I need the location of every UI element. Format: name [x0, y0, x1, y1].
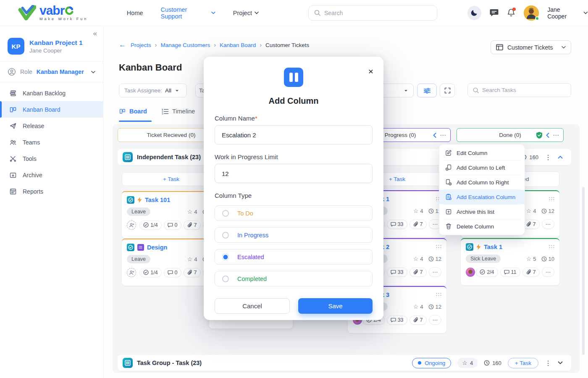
notifications-button[interactable]	[507, 8, 515, 17]
brand-logo[interactable]: vabr Make Work Fun	[18, 5, 101, 21]
column-type-option-escalated[interactable]: Escalated	[215, 249, 373, 265]
column-type-option-completed[interactable]: Completed	[215, 271, 373, 286]
add-task-button[interactable]: + Task	[508, 358, 538, 368]
comments-count[interactable]: 0	[164, 268, 181, 277]
user-menu[interactable]: Jane Cooper	[547, 6, 588, 20]
search-tasks-input[interactable]	[482, 87, 558, 93]
card-more-button[interactable]: ⋯	[429, 267, 442, 277]
column-type-option-todo[interactable]: To Do	[215, 205, 373, 221]
vertical-scrollbar[interactable]	[582, 187, 585, 355]
attachments-count[interactable]: 7	[410, 220, 427, 229]
column-type-option-in-progress[interactable]: In Progress	[215, 227, 373, 243]
radio-unselected-icon[interactable]	[222, 210, 229, 217]
task-title[interactable]: Task 1	[484, 244, 502, 250]
task-card[interactable]: Task 1 Sick Leave ☆5 10 2/4 11 7 ⋯	[461, 238, 559, 285]
assignee-avatar[interactable]	[466, 268, 475, 277]
attachments-count[interactable]: 7	[522, 268, 540, 277]
attachments-count[interactable]: 7	[184, 220, 201, 230]
brand-word: vabr	[39, 5, 64, 16]
card-more-button[interactable]: ⋯	[429, 315, 442, 325]
sidebar-item-kanban-board[interactable]: Kanban Board	[0, 101, 103, 118]
nav-project[interactable]: Project	[233, 6, 259, 20]
table-icon	[496, 44, 503, 50]
sidebar-item-tools[interactable]: Tools	[0, 150, 103, 167]
trash-icon	[445, 223, 452, 230]
group-menu-icon[interactable]: ⋮	[545, 359, 551, 367]
column-menu-icon[interactable]: ⋯	[553, 131, 559, 139]
checklist-count[interactable]: 1/4	[139, 268, 161, 277]
attachments-count[interactable]: 7	[410, 315, 427, 325]
task-assignee-filter[interactable]: Task Assignee: All	[119, 84, 187, 97]
checklist-count[interactable]: 2/4	[476, 268, 498, 277]
radio-unselected-icon[interactable]	[222, 232, 229, 239]
sidebar-item-kanban-backlog[interactable]: Kanban Backlog	[0, 85, 103, 101]
comments-count[interactable]: 33	[387, 315, 407, 325]
paperclip-icon	[187, 270, 192, 275]
sidebar-collapse-button[interactable]: «	[93, 29, 97, 38]
breadcrumb-manage-customers[interactable]: Manage Customers	[160, 42, 210, 48]
assign-user-button[interactable]	[127, 268, 136, 277]
column-name-input[interactable]	[215, 125, 373, 144]
board-view-selector[interactable]: Customer Tickets	[491, 40, 571, 54]
sidebar-item-release[interactable]: Release	[0, 118, 103, 134]
chevron-down-icon[interactable]	[558, 361, 563, 365]
sidebar-item-teams[interactable]: Teams	[0, 134, 103, 150]
task-group-footer[interactable]: Task Group - Task (23) Ongoing ☆4 160 + …	[118, 355, 571, 371]
attachments-count[interactable]: 7	[410, 268, 427, 277]
radio-unselected-icon[interactable]	[222, 276, 229, 282]
menu-item-add-column-right[interactable]: Add Column to Right	[439, 175, 525, 189]
wip-limit-input[interactable]	[215, 164, 373, 183]
comments-count[interactable]: 11	[500, 268, 520, 277]
drag-handle-icon[interactable]	[436, 244, 441, 249]
back-arrow-icon[interactable]: ←	[119, 41, 126, 49]
task-title[interactable]: Task 101	[145, 197, 170, 203]
drag-handle-icon[interactable]	[549, 197, 554, 202]
attachments-count[interactable]: 7	[184, 268, 201, 277]
feedback-button[interactable]	[490, 9, 499, 17]
assign-user-button[interactable]	[127, 220, 136, 230]
project-card[interactable]: KP Kanban Project 1 Jane Cooper	[0, 26, 103, 62]
sidebar-item-reports[interactable]: Reports	[0, 183, 103, 200]
menu-item-add-column-left[interactable]: Add Column to Left	[439, 160, 525, 175]
close-icon[interactable]: ×	[368, 67, 373, 76]
hours-count: 160	[484, 360, 501, 366]
group-menu-icon[interactable]: ⋮	[545, 153, 551, 161]
card-more-button[interactable]: ⋯	[542, 267, 555, 277]
chevron-up-icon[interactable]	[558, 155, 563, 159]
tab-timeline[interactable]: Timeline	[162, 108, 195, 115]
comments-count[interactable]: 33	[387, 220, 407, 229]
hours-count: 12	[428, 304, 441, 310]
radio-selected-icon[interactable]	[222, 254, 229, 260]
breadcrumb-kanban-board[interactable]: Kanban Board	[220, 42, 256, 48]
task-title[interactable]: Design	[147, 244, 167, 251]
fullscreen-button[interactable]	[440, 84, 455, 97]
comments-count[interactable]: 0	[164, 220, 181, 230]
save-button[interactable]: Save	[298, 298, 373, 314]
menu-item-edit-column[interactable]: Edit Column	[439, 146, 525, 160]
search-tasks[interactable]	[467, 83, 571, 97]
cancel-button[interactable]: Cancel	[215, 298, 290, 314]
filter-settings-button[interactable]	[417, 84, 437, 97]
paperclip-icon	[413, 221, 418, 227]
menu-item-add-escalation-column[interactable]: Add Escalation Column	[439, 190, 525, 204]
sidebar-item-archive[interactable]: Archive	[0, 167, 103, 183]
theme-toggle-button[interactable]	[467, 6, 481, 20]
breadcrumb-projects[interactable]: Projects	[131, 42, 151, 48]
comments-count[interactable]: 33	[387, 268, 407, 277]
tab-board[interactable]: Board	[119, 108, 147, 115]
column-menu-icon[interactable]: ⋯	[440, 131, 446, 139]
role-selector[interactable]: Role Kanban Manager	[0, 62, 103, 82]
avatar[interactable]	[524, 5, 539, 21]
global-search[interactable]	[308, 5, 437, 21]
menu-item-archive-list[interactable]: Archive this list	[439, 205, 525, 219]
card-more-button[interactable]: ⋯	[542, 219, 555, 229]
status-badge[interactable]: Ongoing	[412, 358, 451, 368]
checklist-count[interactable]: 1/4	[139, 220, 161, 230]
drag-handle-icon[interactable]	[549, 244, 554, 249]
drag-handle-icon[interactable]	[436, 292, 441, 297]
menu-item-delete-column[interactable]: Delete Column	[439, 219, 525, 234]
nav-customer-support[interactable]: Customer Support	[161, 6, 215, 20]
column-header-done[interactable]: Done (0) ⋯	[457, 128, 564, 142]
global-search-input[interactable]	[324, 10, 421, 16]
nav-home[interactable]: Home	[127, 6, 143, 20]
